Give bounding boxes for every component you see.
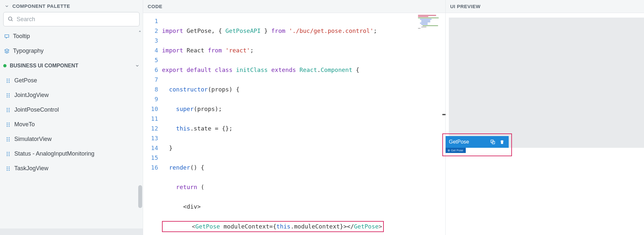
line-number: 2 (143, 26, 158, 36)
svg-point-16 (7, 109, 8, 110)
svg-point-14 (7, 108, 8, 109)
status-dot-icon (3, 64, 7, 67)
palette-item-moveto[interactable]: MoveTo (0, 117, 143, 132)
svg-point-32 (7, 152, 8, 153)
svg-point-21 (9, 122, 10, 123)
svg-point-6 (7, 82, 8, 83)
tree-item-label: Status - AnalogInputMonitoring (14, 150, 94, 157)
svg-point-13 (9, 96, 10, 97)
line-number: 3 (143, 36, 158, 46)
widget-titlebar[interactable]: GetPose (446, 136, 509, 148)
svg-point-24 (7, 126, 8, 127)
svg-point-2 (7, 78, 8, 79)
drag-handle-icon (5, 166, 12, 171)
tree-item-label: JointPoseControl (14, 106, 59, 113)
code-line[interactable]: this.state = {}; (162, 124, 445, 133)
svg-point-30 (7, 140, 8, 141)
search-box[interactable] (3, 12, 140, 26)
palette-item-typography[interactable]: Typography (0, 44, 143, 58)
drag-handle-icon (5, 93, 12, 98)
palette-item-taskjogview[interactable]: TaskJogView (0, 161, 143, 176)
svg-point-15 (9, 108, 10, 109)
svg-point-34 (7, 153, 8, 154)
trash-icon[interactable] (498, 138, 505, 145)
svg-point-19 (9, 111, 10, 112)
ui-preview-panel: UI PREVIEW GetPose ⊕ Get Pose (446, 0, 644, 235)
palette-item-jointjogview[interactable]: JointJogView (0, 88, 143, 103)
code-panel: CODE 1 2 3 4 5 6 7 8 9 10 11 12 13 14 15… (143, 0, 446, 235)
svg-point-20 (7, 122, 8, 123)
resize-handle[interactable] (442, 114, 446, 115)
code-line[interactable]: export default class initClass extends R… (162, 65, 445, 75)
code-line[interactable]: import React from 'react'; (162, 46, 445, 55)
scroll-up-icon[interactable] (138, 29, 142, 34)
drag-handle-icon (5, 78, 12, 83)
svg-point-42 (7, 170, 8, 171)
tree-item-label: Typography (13, 48, 44, 54)
line-number: 14 (143, 143, 158, 153)
search-icon (7, 16, 13, 23)
group-business-ui[interactable]: BUSINESS UI COMPONENT (0, 58, 143, 73)
code-line[interactable]: render() { (162, 163, 445, 173)
preview-title: UI PREVIEW (450, 4, 480, 9)
code-line[interactable]: constructor(props) { (162, 85, 445, 94)
widget-label: GetPose (449, 139, 487, 145)
svg-point-43 (9, 170, 10, 171)
svg-point-25 (9, 126, 10, 127)
line-number: 8 (143, 85, 158, 94)
code-line[interactable]: } (162, 143, 445, 153)
code-line[interactable]: import GetPose, { GetPoseAPI } from './b… (162, 26, 445, 36)
svg-line-1 (11, 20, 12, 21)
code-minimap[interactable] (417, 13, 445, 46)
svg-point-0 (8, 17, 12, 21)
svg-point-38 (7, 166, 8, 167)
widget-subheader[interactable]: ⊕ Get Pose (446, 148, 466, 153)
palette-item-status-analog[interactable]: Status - AnalogInputMonitoring (0, 146, 143, 161)
code-title: CODE (148, 4, 162, 9)
svg-point-7 (9, 82, 10, 83)
line-number: 10 (143, 104, 158, 114)
svg-point-18 (7, 111, 8, 112)
line-number: 4 (143, 46, 158, 55)
palette-item-simulatorview[interactable]: SimulatorView (0, 132, 143, 146)
tree-item-label: GetPose (14, 77, 37, 84)
tooltip-icon (3, 34, 10, 39)
preview-selected-component[interactable]: GetPose ⊕ Get Pose (442, 133, 512, 156)
cube-icon (3, 48, 10, 54)
copy-icon[interactable] (489, 138, 496, 145)
svg-point-29 (9, 139, 10, 140)
code-line-highlighted[interactable]: <GetPose moduleContext={this.moduleConte… (162, 221, 445, 232)
palette-item-jointposecontrol[interactable]: JointPoseControl (0, 103, 143, 117)
tree-item-label: MoveTo (14, 121, 35, 128)
svg-point-33 (9, 152, 10, 153)
code-line[interactable]: super(props); (162, 104, 445, 114)
drag-handle-icon (5, 152, 12, 156)
preview-canvas[interactable] (449, 18, 644, 148)
line-gutter: 1 2 3 4 5 6 7 8 9 10 11 12 13 14 15 16 (143, 13, 162, 235)
tree-item-label: TaskJogView (14, 165, 48, 172)
svg-point-11 (9, 95, 10, 96)
code-line[interactable]: <div> (162, 202, 445, 212)
sidebar-scrollbar[interactable] (138, 29, 142, 228)
line-number: 9 (143, 94, 158, 104)
scrollbar-thumb[interactable] (138, 185, 142, 208)
palette-item-getpose[interactable]: GetPose (0, 73, 143, 88)
line-number: 11 (143, 114, 158, 124)
code-content[interactable]: import GetPose, { GetPoseAPI } from './b… (162, 13, 445, 235)
svg-point-28 (7, 139, 8, 140)
svg-point-41 (9, 168, 10, 169)
svg-point-9 (9, 93, 10, 94)
preview-canvas-area[interactable]: GetPose ⊕ Get Pose (446, 13, 644, 235)
svg-point-4 (7, 80, 8, 81)
palette-item-tooltip[interactable]: Tooltip (0, 29, 143, 44)
palette-header[interactable]: COMPONENT PALETTE (0, 0, 143, 12)
code-line[interactable]: return ( (162, 182, 445, 192)
tree-item-label: SimulatorView (14, 136, 52, 143)
line-number: 12 (143, 124, 158, 133)
svg-point-35 (9, 153, 10, 154)
preview-header: UI PREVIEW (446, 0, 644, 13)
search-input[interactable] (17, 16, 135, 23)
drag-handle-icon (5, 122, 12, 127)
code-editor[interactable]: 1 2 3 4 5 6 7 8 9 10 11 12 13 14 15 16 i… (143, 13, 445, 235)
line-number: 16 (143, 163, 158, 173)
